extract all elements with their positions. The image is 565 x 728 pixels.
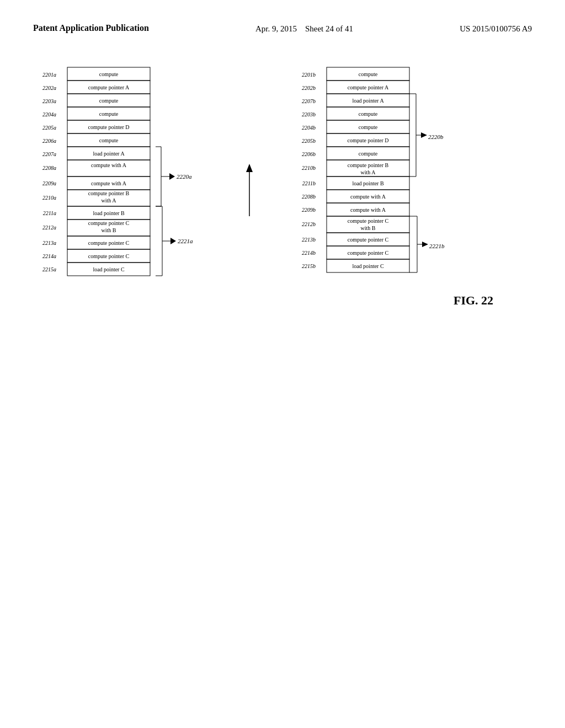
- svg-text:2220b: 2220b: [428, 133, 444, 140]
- svg-text:compute pointer C: compute pointer C: [348, 218, 389, 224]
- svg-text:compute pointer C: compute pointer C: [88, 240, 130, 246]
- svg-text:load pointer B: load pointer B: [352, 180, 384, 186]
- svg-text:2215a: 2215a: [42, 266, 56, 272]
- svg-marker-51: [169, 173, 175, 180]
- svg-text:compute pointer C: compute pointer C: [88, 220, 130, 226]
- svg-text:with A: with A: [102, 197, 117, 204]
- svg-text:2210b: 2210b: [302, 165, 316, 171]
- svg-text:with B: with B: [102, 227, 116, 233]
- svg-text:compute pointer C: compute pointer C: [348, 250, 389, 256]
- svg-text:compute with A: compute with A: [91, 162, 127, 168]
- publication-number: US 2015/0100756 A9: [460, 24, 532, 34]
- svg-text:compute pointer A: compute pointer A: [348, 84, 389, 90]
- svg-text:2220a: 2220a: [177, 173, 192, 180]
- svg-text:compute: compute: [99, 111, 119, 117]
- svg-text:compute pointer C: compute pointer C: [88, 253, 130, 259]
- svg-text:compute pointer D: compute pointer D: [88, 124, 130, 130]
- svg-marker-119: [246, 164, 253, 172]
- svg-text:2206a: 2206a: [42, 138, 56, 144]
- svg-text:2211b: 2211b: [302, 180, 316, 186]
- svg-text:compute with A: compute with A: [350, 194, 386, 200]
- svg-marker-116: [422, 242, 428, 247]
- svg-text:2202a: 2202a: [42, 85, 56, 91]
- figure-container: compute compute pointer A compute comput…: [0, 51, 565, 685]
- svg-text:load pointer A: load pointer A: [93, 151, 125, 157]
- svg-text:compute: compute: [99, 137, 119, 143]
- svg-text:compute: compute: [99, 98, 119, 104]
- svg-text:load pointer A: load pointer A: [352, 98, 384, 104]
- svg-text:2214b: 2214b: [302, 250, 316, 256]
- svg-text:2209b: 2209b: [302, 207, 316, 213]
- svg-text:compute: compute: [359, 151, 378, 157]
- svg-text:2212b: 2212b: [302, 221, 316, 227]
- svg-text:2209a: 2209a: [42, 180, 56, 186]
- figure-label: FIG. 22: [454, 293, 493, 307]
- svg-text:2203a: 2203a: [42, 98, 56, 104]
- svg-text:2201a: 2201a: [42, 72, 56, 78]
- svg-text:compute with A: compute with A: [350, 207, 386, 213]
- svg-text:2207b: 2207b: [302, 98, 316, 104]
- svg-text:compute pointer D: compute pointer D: [348, 137, 389, 143]
- svg-text:2204a: 2204a: [42, 111, 56, 117]
- svg-text:2208a: 2208a: [42, 165, 56, 171]
- svg-marker-110: [421, 132, 427, 138]
- svg-text:2210a: 2210a: [42, 195, 56, 201]
- svg-text:compute: compute: [359, 124, 378, 130]
- svg-text:2212a: 2212a: [42, 224, 56, 231]
- svg-text:2202b: 2202b: [302, 85, 316, 91]
- svg-text:compute: compute: [359, 71, 378, 77]
- svg-text:2214a: 2214a: [42, 253, 56, 259]
- svg-text:2207a: 2207a: [42, 151, 56, 157]
- svg-text:load pointer C: load pointer C: [352, 263, 384, 269]
- svg-text:2203b: 2203b: [302, 111, 316, 117]
- svg-text:2215b: 2215b: [302, 263, 316, 269]
- svg-text:2213a: 2213a: [42, 240, 56, 246]
- svg-text:2208b: 2208b: [302, 194, 316, 200]
- svg-text:load pointer C: load pointer C: [93, 266, 125, 272]
- svg-text:2205b: 2205b: [302, 138, 316, 144]
- svg-text:2211a: 2211a: [43, 210, 56, 216]
- publication-date: Apr. 9, 2015 Sheet 24 of 41: [255, 24, 353, 34]
- svg-text:2205a: 2205a: [42, 125, 56, 131]
- svg-text:2221b: 2221b: [429, 243, 445, 249]
- svg-text:compute: compute: [99, 71, 119, 77]
- page-header: Patent Application Publication Apr. 9, 2…: [0, 0, 565, 45]
- svg-marker-57: [170, 238, 176, 244]
- svg-text:2204b: 2204b: [302, 125, 316, 131]
- svg-text:2221a: 2221a: [178, 238, 193, 244]
- svg-text:compute pointer B: compute pointer B: [88, 190, 130, 196]
- svg-text:compute pointer A: compute pointer A: [88, 84, 130, 90]
- svg-text:load pointer B: load pointer B: [93, 210, 125, 216]
- svg-text:compute pointer C: compute pointer C: [348, 237, 389, 243]
- svg-text:with B: with B: [361, 225, 376, 231]
- svg-text:2213b: 2213b: [302, 237, 316, 243]
- svg-text:compute: compute: [359, 111, 378, 117]
- svg-text:with A: with A: [361, 169, 376, 175]
- publication-title: Patent Application Publication: [33, 22, 149, 34]
- svg-text:2206b: 2206b: [302, 151, 316, 157]
- svg-text:compute pointer B: compute pointer B: [348, 162, 389, 168]
- svg-text:compute with A: compute with A: [91, 180, 127, 186]
- svg-text:2201b: 2201b: [302, 72, 316, 78]
- figure-22-svg: compute compute pointer A compute comput…: [34, 51, 531, 685]
